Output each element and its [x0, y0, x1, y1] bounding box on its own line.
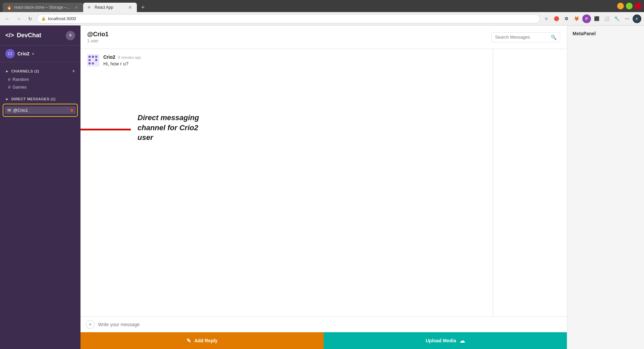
message-item: Crio2 9 minutes ago Hi, how r u? [87, 54, 560, 66]
search-icon: 🔍 [551, 35, 556, 40]
search-box[interactable]: 🔍 [491, 32, 560, 42]
extension4-icon[interactable]: ⬛ [592, 14, 601, 23]
svg-rect-5 [95, 56, 97, 58]
search-input[interactable] [495, 35, 549, 40]
tab-favicon-slack: 🔥 [7, 5, 11, 10]
logo-icon: </> [5, 32, 14, 39]
extension7-icon[interactable]: ⋯ [623, 14, 631, 23]
svg-rect-8 [95, 59, 97, 61]
meta-panel: MetaPanel [567, 26, 644, 349]
message-author: Crio2 [103, 54, 115, 60]
window-controls [617, 3, 641, 9]
extension5-icon[interactable]: ⬜ [602, 14, 611, 23]
extension6-icon[interactable]: 🔧 [612, 14, 621, 23]
message-header: Crio2 9 minutes ago [103, 54, 141, 60]
maximize-button[interactable] [626, 3, 633, 9]
channel-hash-icon: # [8, 77, 10, 82]
reply-icon: ✎ [186, 338, 191, 344]
browser-titlebar: 🔥 react-slack-clone – Storage – Fir… ✕ ⚛… [0, 0, 644, 12]
tab-close-react[interactable]: ✕ [127, 5, 133, 10]
channel-info: @Crio1 1 user [87, 31, 109, 43]
browser-toolbar: ← → ↻ 🔒 localhost:3000 ☆ 🔴 ⚙ 🦊 P ⬛ ⬜ 🔧 ⋯… [0, 12, 644, 26]
sidebar: </> DevChat + C2 Crio2 ▾ ► CHANNELS (2) [0, 26, 80, 349]
forward-button[interactable]: → [14, 14, 23, 23]
channel-subtitle: 1 user [87, 39, 109, 43]
action-buttons: ✎ Add Reply Upload Media ☁ [80, 332, 567, 349]
address-bar[interactable]: 🔒 localhost:3000 [37, 14, 540, 23]
user-section: C2 Crio2 ▾ [0, 46, 80, 62]
dm-user-name: @Crio1 [13, 108, 28, 113]
extension2-icon[interactable]: ⚙ [562, 14, 571, 23]
back-button[interactable]: ← [3, 14, 12, 23]
add-reply-button[interactable]: ✎ Add Reply [80, 332, 324, 349]
dm-section-label: ► DIRECT MESSAGES (1) [5, 97, 75, 101]
svg-rect-4 [92, 56, 94, 58]
message-text: Hi, how r u? [103, 61, 141, 66]
upload-media-button[interactable]: Upload Media ☁ [324, 332, 567, 349]
browser-tabs: 🔥 react-slack-clone – Storage – Fir… ✕ ⚛… [3, 0, 612, 12]
channels-label: ► CHANNELS (2) [5, 69, 39, 73]
sidebar-add-button[interactable]: + [66, 31, 75, 40]
close-button[interactable] [635, 3, 641, 9]
annotation-overlay: Direct messaging channel for Crio2 user [80, 49, 567, 316]
app-container: </> DevChat + C2 Crio2 ▾ ► CHANNELS (2) [0, 26, 644, 349]
channels-add-icon[interactable]: + [72, 68, 75, 74]
svg-rect-11 [95, 62, 97, 64]
channel-header: @Crio1 1 user 🔍 [80, 26, 567, 49]
devchat-logo: </> DevChat [5, 32, 41, 39]
user-avatar: C2 [5, 49, 15, 58]
svg-rect-10 [92, 62, 94, 64]
annotation-text: Direct messaging channel for Crio2 user [138, 113, 199, 143]
channels-header[interactable]: ► CHANNELS (2) + [0, 67, 80, 76]
tab-react[interactable]: ⚛ React App ✕ [83, 3, 137, 12]
dm-arrow-icon: ► [5, 97, 9, 101]
channel-hash-icon-games: # [8, 85, 10, 90]
svg-rect-6 [89, 59, 91, 61]
channel-name-games: Games [12, 85, 26, 90]
input-area: + ✎ Add Reply Upload Media ☁ [80, 316, 567, 349]
tab-favicon-react: ⚛ [87, 5, 92, 10]
message-content: Crio2 9 minutes ago Hi, how r u? [103, 54, 141, 66]
dm-section: ► DIRECT MESSAGES (1) ✉ @Crio1 [0, 93, 80, 121]
sidebar-item-crio1[interactable]: ✉ @Crio1 [5, 106, 76, 114]
extension1-icon[interactable]: 🔴 [552, 14, 561, 23]
new-tab-button[interactable]: + [138, 3, 148, 12]
tab-close-slack[interactable]: ✕ [74, 5, 79, 10]
logo-text: DevChat [17, 32, 41, 39]
message-input-row: + [80, 317, 567, 332]
message-avatar [87, 54, 99, 66]
annotation-arrow [80, 116, 134, 143]
sidebar-item-games[interactable]: # Games [3, 83, 78, 91]
address-text: localhost:3000 [48, 16, 76, 21]
dm-highlighted-container: ✉ @Crio1 [3, 104, 78, 117]
user-name: Crio2 [17, 51, 30, 56]
user-chevron-icon[interactable]: ▾ [32, 52, 34, 56]
unread-badge [70, 109, 73, 112]
message-add-button[interactable]: + [86, 320, 95, 329]
message-input-field[interactable] [98, 322, 561, 327]
star-icon[interactable]: ☆ [542, 14, 551, 23]
svg-rect-3 [89, 56, 91, 58]
extension3-icon[interactable]: 🦊 [572, 14, 581, 23]
dm-label-text: DIRECT MESSAGES (1) [11, 97, 55, 101]
channel-name-random: Random [12, 77, 29, 82]
lock-icon: 🔒 [41, 16, 46, 21]
minimize-button[interactable] [617, 3, 624, 9]
tab-slack[interactable]: 🔥 react-slack-clone – Storage – Fir… ✕ [3, 3, 83, 12]
svg-rect-9 [89, 62, 91, 64]
dm-at-icon: ✉ [7, 108, 11, 113]
toolbar-actions: ☆ 🔴 ⚙ 🦊 P ⬛ ⬜ 🔧 ⋯ K [542, 14, 641, 23]
arrow-right-icon: ► [5, 69, 9, 73]
upload-button-label: Upload Media [426, 338, 456, 343]
profile-icon[interactable]: P [582, 14, 591, 23]
svg-text:C2: C2 [8, 52, 12, 56]
messages-area[interactable]: Crio2 9 minutes ago Hi, how r u? [80, 49, 567, 316]
message-time: 9 minutes ago [118, 55, 141, 59]
channels-section: ► CHANNELS (2) + # Random # Games [0, 62, 80, 93]
refresh-button[interactable]: ↻ [25, 14, 35, 23]
channel-title: @Crio1 [87, 31, 109, 38]
account-icon[interactable]: K [633, 14, 641, 23]
sidebar-item-random[interactable]: # Random [3, 76, 78, 83]
svg-rect-7 [92, 59, 94, 61]
main-content: @Crio1 1 user 🔍 [80, 26, 567, 349]
